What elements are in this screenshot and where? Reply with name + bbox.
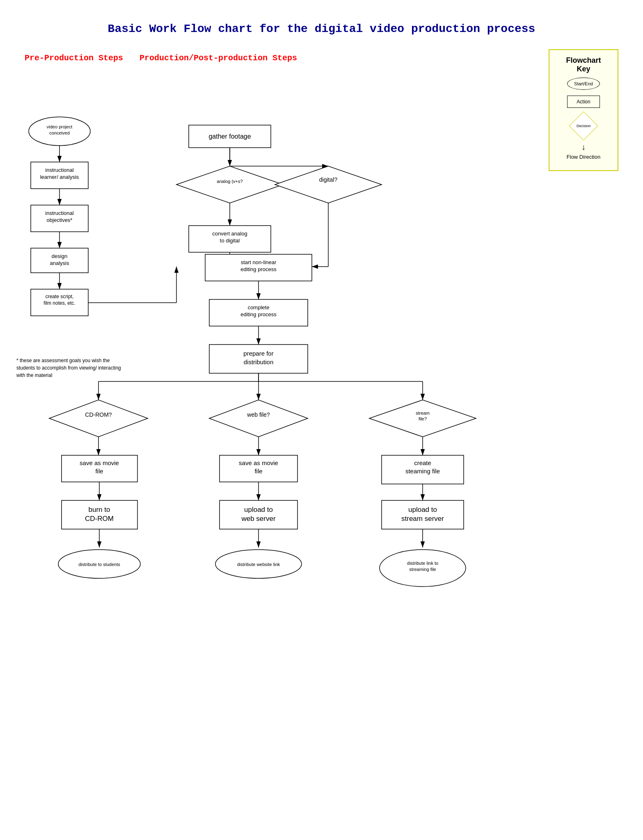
svg-text:CD-ROM?: CD-ROM? [85,411,112,418]
svg-marker-25 [176,166,283,203]
svg-text:editing process: editing process [240,266,277,272]
svg-text:digital?: digital? [319,176,338,183]
svg-text:complete: complete [248,304,270,310]
svg-text:video project: video project [47,124,72,129]
svg-rect-60 [62,455,137,482]
svg-text:upload to: upload to [408,506,437,514]
svg-text:gather footage: gather footage [208,133,251,140]
svg-text:save as movie: save as movie [80,459,119,466]
svg-text:distribution: distribution [244,358,274,365]
svg-text:save as movie: save as movie [239,459,278,466]
svg-marker-70 [209,400,308,437]
section-label-pre: Pre-Production Steps [25,53,123,63]
svg-text:editing process: editing process [240,311,277,317]
page-title: Basic Work Flow chart for the digital vi… [0,0,643,48]
svg-text:create script,: create script, [46,294,74,299]
section-label-prod: Production/Post-production Steps [140,53,297,63]
svg-text:web file?: web file? [247,411,270,418]
key-title: Flowchart Key [560,56,607,73]
svg-point-1 [29,117,90,146]
svg-rect-17 [31,289,88,316]
svg-rect-64 [62,500,137,529]
svg-text:upload to: upload to [244,506,273,514]
key-start-end-shape: Start/End [567,78,600,90]
svg-text:analog (v+s?: analog (v+s? [217,179,243,184]
svg-rect-22 [189,125,271,148]
svg-text:design: design [52,253,67,259]
key-flow-arrow: ↓ [581,142,586,152]
svg-text:instructional: instructional [45,167,73,173]
svg-text:CD-ROM: CD-ROM [85,515,114,523]
svg-text:to digital: to digital [220,237,240,244]
key-action-shape: Action [567,96,600,108]
svg-text:distribute website link: distribute website link [237,562,280,567]
key-decision-shape: Decision [569,112,598,141]
svg-text:streaming file: streaming file [409,567,436,572]
svg-rect-5 [31,162,88,189]
svg-marker-57 [49,400,148,437]
svg-text:objectives*: objectives* [47,217,73,223]
svg-text:start non-linear: start non-linear [241,259,277,265]
flowchart-key: Flowchart Key Start/End Action Decision … [549,49,618,171]
svg-point-68 [58,550,140,578]
svg-text:instructional: instructional [45,210,73,216]
svg-point-95 [380,550,466,587]
svg-rect-33 [189,226,271,252]
svg-text:file: file [95,468,103,475]
svg-rect-73 [220,455,297,482]
svg-text:burn to: burn to [89,506,110,514]
svg-text:stream: stream [416,411,430,415]
svg-text:distribute link to: distribute link to [407,561,438,566]
svg-rect-48 [209,345,308,373]
svg-rect-13 [31,248,88,273]
footnote: * these are assessment goals you wish th… [16,357,123,379]
svg-point-81 [215,550,302,578]
svg-rect-44 [209,299,308,326]
svg-text:learner/ analysis: learner/ analysis [40,174,79,180]
svg-text:file?: file? [419,416,427,421]
svg-text:steaming file: steaming file [405,468,440,475]
svg-text:web server: web server [241,515,275,523]
svg-rect-87 [382,455,464,484]
key-flow-label: Flow Direction [567,154,600,160]
svg-text:file: file [254,468,262,475]
svg-marker-27 [275,166,382,203]
svg-rect-91 [382,500,464,529]
svg-marker-83 [369,400,476,437]
svg-rect-40 [205,254,312,281]
svg-rect-77 [220,500,297,529]
svg-text:distribute to students: distribute to students [78,562,120,567]
svg-text:conceived: conceived [49,130,70,135]
svg-text:analysis: analysis [50,260,69,266]
svg-text:convert analog: convert analog [212,231,247,237]
svg-rect-9 [31,205,88,232]
svg-text:create: create [414,459,431,466]
svg-text:prepare for: prepare for [243,350,273,357]
svg-text:stream server: stream server [401,515,444,523]
svg-text:film notes, etc.: film notes, etc. [43,300,75,306]
